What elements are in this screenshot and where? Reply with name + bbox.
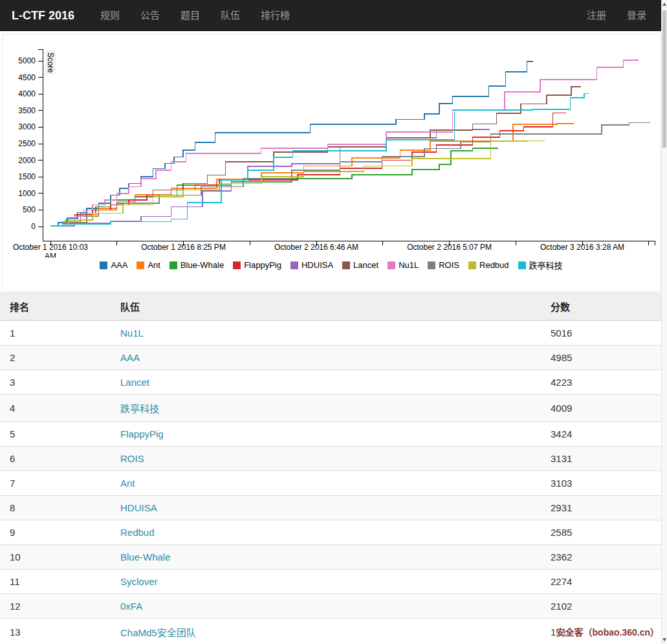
legend-swatch-icon (468, 261, 476, 269)
team-link[interactable]: Lancet (120, 377, 149, 388)
x-tick-label: October 2 2016 6:46 AM (274, 243, 358, 252)
team-link[interactable]: Blue-Whale (120, 551, 171, 562)
score-cell: 3424 (541, 422, 662, 447)
rank-cell: 2 (0, 346, 111, 370)
nav-right-link-1[interactable]: 注册 (576, 0, 617, 30)
scrollbar-thumb[interactable] (662, 10, 666, 148)
rank-cell: 10 (0, 545, 111, 570)
team-cell: FlappyPig (111, 422, 541, 447)
x-tick-label: October 1 2016 10:03 (13, 243, 88, 252)
legend-item-Redbud[interactable]: Redbud (468, 260, 509, 270)
column-header-2: 队伍 (111, 293, 541, 321)
legend-label: Redbud (479, 260, 509, 270)
team-link[interactable]: Ant (120, 478, 135, 489)
legend-label: 跌亭科技 (529, 259, 563, 271)
legend-item-跌亭科技[interactable]: 跌亭科技 (518, 259, 563, 271)
team-cell: ChaMd5安全团队 (111, 619, 541, 644)
table-row: 11Syclover2274 (0, 570, 662, 594)
team-link[interactable]: Redbud (120, 527, 155, 538)
table-row: 3Lancet4223 (0, 370, 662, 395)
y-tick-label: 2000 (18, 156, 36, 165)
nav-link-3[interactable]: 题目 (170, 0, 210, 30)
legend-item-Ant[interactable]: Ant (137, 260, 160, 270)
legend-item-AAA[interactable]: AAA (100, 260, 127, 270)
table-row: 1Nu1L5016 (0, 320, 662, 346)
table-header-row: 排名队伍分数 (0, 293, 662, 321)
team-cell: HDUISA (111, 496, 541, 520)
nav-link-4[interactable]: 队伍 (210, 0, 250, 30)
y-tick-label: 3000 (18, 122, 36, 131)
rank-cell: 11 (0, 570, 111, 594)
rank-cell: 13 (0, 619, 111, 644)
scrollbar[interactable] (661, 0, 667, 644)
legend-swatch-icon (388, 261, 395, 269)
team-link[interactable]: ROIS (120, 453, 144, 464)
team-link[interactable]: Syclover (120, 576, 158, 587)
team-link[interactable]: HDUISA (120, 502, 157, 513)
score-chart: 0500100015002000250030003500400045005000… (0, 30, 667, 258)
score-cell: 3131 (541, 447, 662, 471)
rank-cell: 4 (0, 395, 111, 422)
legend-label: HDUISA (301, 260, 333, 270)
table-row: 10Blue-Whale2362 (0, 545, 662, 570)
y-tick-label: 5000 (18, 56, 36, 65)
nav-link-5[interactable]: 排行榜 (250, 0, 300, 30)
y-axis-label: Score (45, 50, 56, 74)
x-tick-label: AM (45, 252, 56, 258)
team-cell: 0xFA (111, 594, 541, 619)
scrollbar-down-arrow-icon[interactable] (662, 635, 667, 644)
y-tick-label: 0 (31, 222, 36, 231)
column-header-1: 排名 (0, 293, 111, 321)
team-link[interactable]: Nu1L (120, 328, 144, 339)
team-cell: Blue-Whale (111, 545, 541, 570)
legend-swatch-icon (137, 261, 144, 269)
team-link[interactable]: 跌亭科技 (120, 403, 159, 414)
series-line-Redbud (50, 141, 545, 226)
nav-right-link-2[interactable]: 登录 (617, 0, 657, 30)
legend-label: Ant (148, 260, 160, 270)
x-tick-label: October 2 2016 5:07 PM (407, 243, 492, 252)
score-cell: 2362 (541, 545, 662, 570)
legend-item-HDUISA[interactable]: HDUISA (290, 260, 333, 270)
ranking-table: 排名队伍分数 1Nu1L50162AAA49853Lancet42234跌亭科技… (0, 293, 662, 644)
legend-swatch-icon (342, 261, 350, 269)
series-line-HDUISA (50, 129, 490, 226)
legend-item-Nu1L[interactable]: Nu1L (388, 260, 419, 270)
watermark: 安全客（bobao.360.cn） (556, 625, 659, 638)
team-cell: Nu1L (111, 320, 541, 346)
table-row: 4跌亭科技4009 (0, 395, 662, 422)
team-cell: Ant (111, 471, 541, 496)
rank-cell: 12 (0, 594, 111, 619)
team-cell: AAA (111, 346, 541, 370)
y-tick-label: 3500 (18, 106, 36, 115)
legend-item-FlappyPig[interactable]: FlappyPig (233, 260, 281, 270)
legend-item-Lancet[interactable]: Lancet (342, 260, 378, 270)
table-row: 8HDUISA2931 (0, 496, 662, 520)
score-cell: 4985 (541, 346, 662, 370)
team-link[interactable]: 0xFA (120, 601, 142, 612)
table-row: 6ROIS3131 (0, 447, 662, 471)
brand-link[interactable]: L-CTF 2016 (0, 0, 83, 30)
legend-item-Blue-Whale[interactable]: Blue-Whale (169, 260, 224, 270)
rank-cell: 6 (0, 447, 111, 471)
team-cell: Lancet (111, 370, 541, 395)
score-cell: 2274 (541, 570, 662, 594)
legend-swatch-icon (290, 261, 298, 269)
y-tick-label: 2500 (18, 139, 36, 148)
team-link[interactable]: AAA (120, 352, 140, 363)
nav-link-2[interactable]: 公告 (130, 0, 170, 30)
score-cell: 2102 (541, 594, 662, 619)
legend-swatch-icon (518, 261, 526, 269)
scrollbar-up-arrow-icon[interactable] (662, 0, 667, 9)
table-row: 9Redbud2585 (0, 520, 662, 545)
y-tick-label: 4000 (18, 89, 36, 98)
team-link[interactable]: ChaMd5安全团队 (120, 627, 196, 638)
nav-link-1[interactable]: 规则 (90, 0, 130, 30)
rank-cell: 5 (0, 422, 111, 447)
x-tick-label: October 3 2016 3:28 AM (540, 243, 624, 252)
y-tick-label: 1000 (18, 189, 36, 198)
team-link[interactable]: FlappyPig (120, 428, 164, 439)
score-cell: 2931 (541, 496, 662, 520)
legend-label: Blue-Whale (180, 260, 224, 270)
legend-item-ROIS[interactable]: ROIS (428, 260, 459, 270)
